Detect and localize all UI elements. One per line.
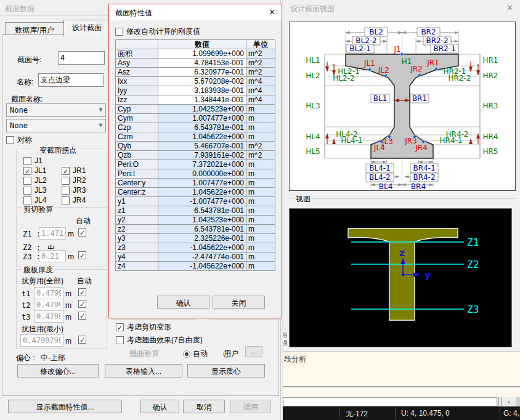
checkbox-label: 对称 (17, 135, 32, 145)
consider-shear-checkbox-row[interactable]: ✓ 考虑剪切变形 (116, 322, 171, 332)
property-value[interactable]: -2.474774e-001 (158, 252, 246, 262)
checkbox[interactable] (115, 28, 123, 36)
z3-auto-checkbox[interactable]: ✓ (78, 251, 86, 259)
dim-label-br2-1: BR2-1 (433, 44, 455, 53)
tab-database-user[interactable]: 数据库/用户 (5, 22, 64, 36)
checkbox[interactable] (62, 196, 70, 204)
thickness-input[interactable] (34, 299, 63, 311)
checkbox[interactable] (62, 187, 70, 195)
checkbox[interactable] (62, 177, 70, 185)
property-value[interactable]: -1.045622e+000 (158, 262, 246, 271)
checkbox[interactable]: ✓ (62, 167, 70, 175)
table-input-button[interactable]: 表格输入... (105, 364, 182, 378)
checkbox[interactable]: ✓ (116, 323, 124, 331)
thickness-auto-checkbox[interactable]: ✓ (78, 300, 86, 308)
property-value[interactable]: 7.939161e-002 (158, 151, 246, 160)
inflection-checkbox-row[interactable]: JL3 (23, 185, 46, 195)
property-value[interactable]: -1.007477e+000 (158, 197, 246, 206)
property-value[interactable]: 1.042523e+000 (158, 216, 246, 225)
modify-eccentricity-button[interactable]: 修改偏心... (17, 364, 99, 378)
thickness-input[interactable] (34, 310, 63, 323)
show-centroid-button[interactable]: 显示质心 (187, 364, 265, 378)
property-value[interactable]: 5.466707e-001 (158, 142, 246, 151)
property-value[interactable]: 0.000000e+000 (158, 169, 246, 179)
checkbox[interactable] (23, 157, 31, 165)
dialog-confirm-button[interactable]: 确认 (157, 296, 209, 309)
application: 截面数据 数据库/用户 设计截面 截面号: 名称: 截面名称: None ▼ N… (0, 0, 520, 420)
property-value[interactable]: 7.372021e+000 (158, 160, 246, 169)
dialog-titlebar: 截面特性值 (109, 4, 282, 20)
combo-value: None (10, 106, 28, 115)
header-unit: 单位 (246, 40, 275, 49)
scrollbar-track[interactable] (283, 397, 497, 406)
warping-auto-radio[interactable] (183, 350, 190, 358)
checkbox[interactable] (23, 196, 31, 204)
confirm-button[interactable]: 确认 (140, 400, 179, 413)
inflection-checkbox-row[interactable]: JL2 (23, 176, 46, 185)
property-value[interactable]: 1.007477e+000 (158, 179, 246, 188)
property-value[interactable]: 4.784153e-001 (158, 59, 246, 68)
model-view-canvas[interactable]: Z1 Z2 Z3 z y (289, 208, 512, 347)
z1-input[interactable] (39, 227, 66, 240)
consider-warping-checkbox-row[interactable]: 考虑翘曲效果(7自由度) (116, 335, 203, 345)
table-row: Czp 6.543781e-001 m (116, 123, 275, 132)
tab-design-section[interactable]: 设计截面 (63, 20, 110, 36)
close-icon[interactable]: ✕ (506, 3, 513, 12)
property-value[interactable]: 2.325226e-001 (158, 234, 246, 243)
checkbox[interactable] (23, 187, 31, 195)
status-bar: 无-172 U: 4, 10.475, 0 G: 4, 1 (283, 406, 520, 420)
property-value[interactable]: -1.045622e+000 (158, 243, 246, 252)
show-section-properties-button[interactable]: 显示截面特性值... (8, 400, 122, 413)
modify-stiffness-checkbox-row[interactable]: 修改自动计算的刚度值 (115, 26, 200, 36)
property-value[interactable]: 6.543781e-001 (158, 206, 246, 216)
inflection-checkbox-row[interactable]: ✓ JR1 (62, 166, 86, 176)
warping-more-button[interactable]: ... (245, 346, 262, 357)
inflection-checkbox-row[interactable]: JR3 (62, 185, 86, 195)
z1-auto-checkbox[interactable]: ✓ (78, 228, 86, 236)
property-name: y1 (116, 197, 158, 206)
inflection-checkbox-row[interactable]: J1 (23, 156, 43, 166)
inflection-checkbox-row[interactable]: JR2 (62, 176, 86, 185)
section-name-input[interactable] (38, 73, 104, 87)
property-value[interactable]: 6.543781e-001 (158, 123, 246, 132)
z3-input[interactable] (39, 250, 66, 262)
dim-label-hr2-2: HR2-2 (449, 74, 471, 83)
property-value[interactable]: 1.045622e+000 (158, 188, 246, 197)
table-row: Cyp 1.042523e+000 m (116, 105, 275, 114)
thickness-auto-checkbox[interactable]: ✓ (78, 288, 86, 296)
inflection-checkbox-row[interactable]: ✓ JL1 (23, 166, 46, 176)
dialog-close-button[interactable]: 关闭 (213, 296, 265, 309)
torsion-input[interactable] (20, 334, 63, 347)
section-number-input[interactable] (58, 51, 105, 65)
checkbox[interactable] (116, 336, 124, 344)
scrollbar-thumb[interactable] (516, 397, 520, 406)
property-value[interactable]: 5.670208e-002 (158, 77, 246, 86)
property-value[interactable]: 6.320977e-001 (158, 68, 246, 77)
thickness-auto-checkbox[interactable]: ✓ (78, 312, 86, 320)
property-value[interactable]: 1.045622e+000 (158, 132, 246, 142)
thickness-input[interactable] (34, 287, 63, 299)
torsion-auto-checkbox[interactable]: ✓ (78, 336, 86, 344)
apply-button[interactable]: 适用 (230, 400, 271, 413)
inflection-checkbox-row[interactable]: JR4 (62, 195, 86, 205)
property-value[interactable]: 1.348441e-001 (158, 95, 246, 105)
symmetry-checkbox-row[interactable]: 对称 (6, 135, 32, 145)
section-name-combo-1[interactable]: None ▼ (6, 103, 106, 117)
property-value[interactable]: 1.042523e+000 (158, 105, 246, 114)
cancel-button[interactable]: 取消 (183, 400, 225, 413)
property-value[interactable]: 6.543781e-001 (158, 225, 246, 234)
checkbox[interactable]: ✓ (23, 167, 31, 175)
section-drawing-canvas[interactable]: BL2 BR2 BL2-2 BR2-2 BL2-1 BR2-1 BL1 BR1 … (289, 22, 516, 191)
close-icon[interactable]: ✕ (269, 7, 275, 17)
scroll-left-icon[interactable]: ‹ (502, 397, 516, 406)
property-name: Center:z (116, 188, 158, 197)
section-name-combo-2[interactable]: None ▼ (6, 119, 106, 132)
property-unit: m^2 (246, 49, 275, 59)
property-value[interactable]: 1.007477e+000 (158, 114, 246, 123)
inflection-checkbox-row[interactable]: JL4 (23, 195, 46, 205)
checkbox[interactable] (23, 177, 31, 185)
property-value[interactable]: 3.183938e-001 (158, 86, 246, 95)
table-row: Peri:I 0.000000e+000 m (116, 169, 275, 179)
property-value[interactable]: 1.099699e+000 (158, 49, 246, 59)
checkbox[interactable] (6, 136, 14, 144)
